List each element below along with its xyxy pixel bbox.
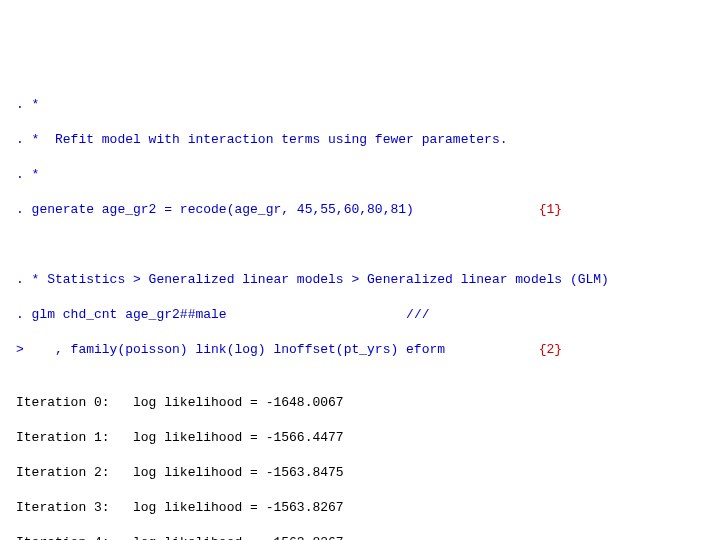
cmd-line: . * Refit model with interaction terms u… (16, 132, 507, 147)
iter-line: Iteration 3: log likelihood = -1563.8267 (16, 500, 344, 515)
pad (227, 307, 406, 322)
pad (414, 202, 539, 217)
cmd-line: . * (16, 97, 39, 112)
iter-line: Iteration 1: log likelihood = -1566.4477 (16, 430, 344, 445)
stata-output: . * . * Refit model with interaction ter… (16, 78, 704, 540)
cmd-line: . generate age_gr2 = recode(age_gr, 45,5… (16, 202, 562, 217)
iter-line: Iteration 0: log likelihood = -1648.0067 (16, 395, 344, 410)
cmd-line: . * (16, 167, 39, 182)
cmd-line: . glm chd_cnt age_gr2##male /// (16, 307, 429, 322)
cmd-line: > , family(poisson) link(log) lnoffset(p… (16, 342, 562, 357)
iter-line: Iteration 2: log likelihood = -1563.8475 (16, 465, 344, 480)
iter-line: Iteration 4: log likelihood = -1563.8267 (16, 535, 344, 540)
cmd-line: . * Statistics > Generalized linear mode… (16, 272, 609, 287)
pad (445, 342, 539, 357)
